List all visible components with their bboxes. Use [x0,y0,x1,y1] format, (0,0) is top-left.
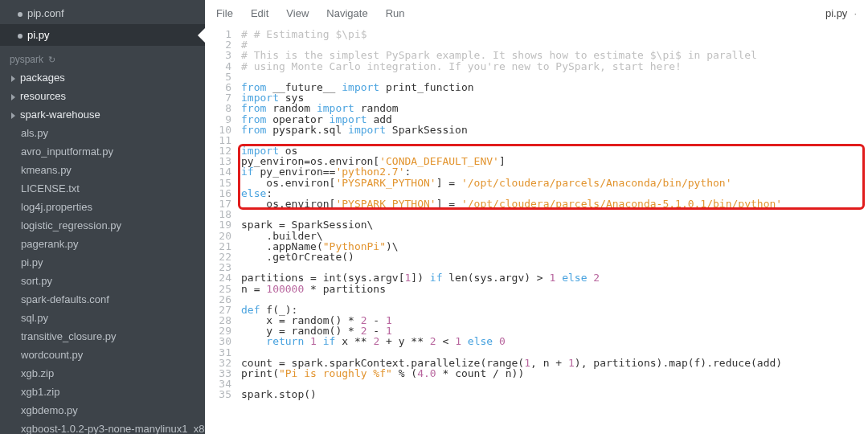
file-item[interactable]: LICENSE.txt [0,179,205,198]
code-line[interactable]: n = 100000 * partitions [241,284,857,294]
code-line[interactable] [241,135,857,145]
file-item[interactable]: spark-defaults.conf [0,290,205,309]
chevron-right-icon [11,94,15,100]
line-number: 24 [205,272,231,283]
file-item[interactable]: avro_inputformat.py [0,142,205,161]
folder-item[interactable]: packages [0,68,205,87]
line-number: 9 [205,114,231,125]
file-item[interactable]: sql.py [0,309,205,327]
file-item[interactable]: log4j.properties [0,198,205,216]
open-tab[interactable]: pip.conf [0,2,205,24]
project-header: pyspark ↻ [0,46,205,68]
sidebar: pip.confpi.py pyspark ↻ packagesresource… [0,0,205,434]
code-line[interactable]: .getOrCreate() [241,252,857,262]
folder-item[interactable]: resources [0,87,205,105]
main: FileEditViewNavigateRun pi.py · 12345678… [205,0,868,434]
line-number: 21 [205,241,231,252]
folder-label: resources [20,90,66,102]
tab-dot-icon [18,12,23,17]
code-line[interactable]: spark.stop() [241,389,857,399]
file-item[interactable]: als.py [0,124,205,142]
menu-view[interactable]: View [286,7,309,19]
tab-label: pip.conf [27,7,64,19]
file-item[interactable]: wordcount.py [0,346,205,364]
file-item[interactable]: kmeans.py [0,161,205,179]
tab-dot-icon [18,34,23,39]
file-item[interactable]: xgb1.zip [0,383,205,401]
chevron-right-icon [11,113,15,119]
line-number: 25 [205,284,231,294]
dirty-indicator: · [854,7,857,19]
tab-label: pi.py [27,29,49,41]
project-label: pyspark [10,54,43,65]
line-number: 31 [205,347,231,358]
line-number: 14 [205,166,231,177]
folder-label: packages [20,72,65,84]
line-number: 8 [205,103,231,113]
code-line[interactable]: # # Estimating $\pi$ [241,29,857,39]
code-line[interactable]: spark = SparkSession\ [241,219,857,230]
line-number: 35 [205,389,231,399]
folder-label: spark-warehouse [20,108,100,121]
line-number: 26 [205,294,231,305]
file-item[interactable]: pagerank.py [0,235,205,253]
open-tab[interactable]: pi.py [0,24,205,46]
file-item[interactable]: xgb.zip [0,364,205,383]
line-number: 4 [205,61,231,72]
line-number: 30 [205,336,231,346]
refresh-icon[interactable]: ↻ [48,55,55,65]
menu-file[interactable]: File [216,7,233,19]
chevron-right-icon [11,76,15,82]
code-line[interactable]: from pyspark.sql import SparkSession [241,125,857,135]
code-line[interactable]: os.environ['PYSPARK_PYTHON'] = '/opt/clo… [241,178,857,188]
line-number: 5 [205,72,231,82]
line-number: 3 [205,50,231,60]
file-item[interactable]: pi.py [0,253,205,272]
code-line[interactable]: os.environ['PYSPARK_PYTHON'] = '/opt/clo… [241,199,857,209]
line-number: 15 [205,178,231,188]
menu-navigate[interactable]: Navigate [326,7,367,19]
file-item[interactable]: sort.py [0,272,205,290]
file-tree: packagesresourcesspark-warehouseals.pyav… [0,68,205,434]
file-item[interactable]: transitive_closure.py [0,327,205,346]
code-line[interactable] [241,379,857,389]
code-area[interactable]: # # Estimating $\pi$## This is the simpl… [241,29,868,434]
code-line[interactable]: # using Monte Carlo integration. If you'… [241,61,857,72]
file-item[interactable]: xgboost-1.0.2-py3-none-manylinux1_x86 [0,420,205,434]
folder-item[interactable]: spark-warehouse [0,105,205,124]
menubar: FileEditViewNavigateRun pi.py · [205,0,868,26]
open-tabs: pip.confpi.py [0,2,205,46]
line-gutter: 1234567891011121314151617181920212223242… [205,29,241,434]
menu-edit[interactable]: Edit [251,7,268,19]
code-line[interactable] [241,294,857,305]
line-number: 10 [205,125,231,135]
code-line[interactable]: from __future__ import print_function [241,82,857,92]
line-number: 19 [205,219,231,230]
file-item[interactable]: logistic_regression.py [0,216,205,235]
current-file: pi.py [825,7,847,19]
menu-run[interactable]: Run [386,7,405,19]
code-line[interactable]: print("Pi is roughly %f" % (4.0 * count … [241,368,857,379]
line-number: 20 [205,231,231,241]
code-editor[interactable]: 1234567891011121314151617181920212223242… [205,26,868,434]
code-line[interactable]: return 1 if x ** 2 + y ** 2 < 1 else 0 [241,336,857,346]
file-item[interactable]: xgbdemo.py [0,401,205,420]
